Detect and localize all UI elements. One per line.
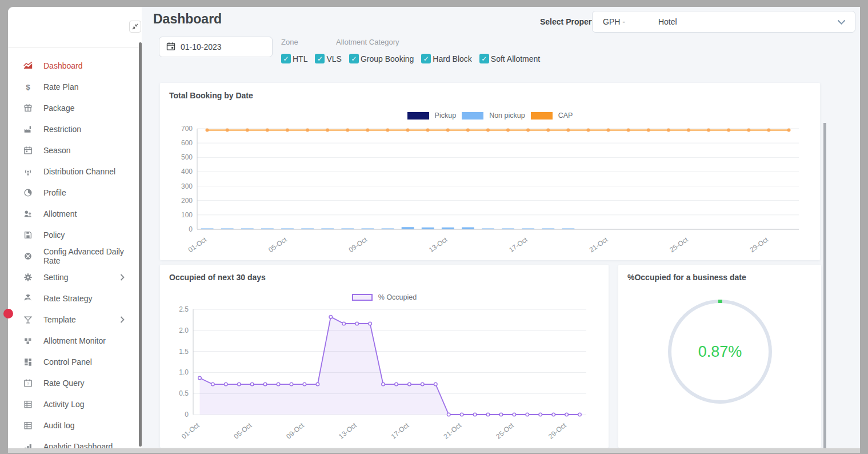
- sidebar-item-analytic-dashboard[interactable]: Analytic Dashboard: [8, 436, 142, 448]
- calendar-question-icon: ?: [23, 378, 33, 388]
- svg-text:05-Oct: 05-Oct: [267, 236, 289, 254]
- svg-text:01-Oct: 01-Oct: [180, 421, 201, 440]
- svg-text:700: 700: [181, 125, 193, 133]
- zone-label: Zone: [281, 38, 298, 46]
- sidebar-item-distribution-channel[interactable]: Distribution Channel: [8, 161, 142, 182]
- app-window: Dashboard $ Rate Plan Package Restrictio…: [8, 7, 860, 448]
- checkbox-soft-allotment[interactable]: ✓ Soft Allotment: [479, 54, 540, 63]
- property-select[interactable]: GPH - Hotel: [592, 11, 855, 33]
- horizontal-scrollbar[interactable]: [8, 448, 860, 453]
- property-name: Hotel: [658, 17, 677, 26]
- sidebar-item-config-advanced-daily-rate[interactable]: Config Advanced Daily Rate: [8, 245, 142, 266]
- sidebar-item-allotment[interactable]: Allotment: [8, 203, 142, 224]
- sidebar-item-control-panel[interactable]: Control Panel: [8, 351, 142, 372]
- sidebar-collapse-button[interactable]: [129, 21, 141, 33]
- occupied-card: Occupied of next 30 days % Occupied 00.5…: [160, 265, 609, 448]
- select-property-label: Select Property: [540, 17, 599, 26]
- sidebar-item-audit-log[interactable]: Audit log: [8, 415, 142, 436]
- date-value: 01-10-2023: [181, 42, 222, 51]
- boxes-icon: [23, 336, 33, 346]
- checkbox-group-booking[interactable]: ✓ Group Booking: [349, 54, 414, 63]
- svg-text:2.0: 2.0: [179, 326, 189, 334]
- booking-chart-title: Total Booking by Date: [160, 83, 820, 100]
- page-title: Dashboard: [153, 11, 222, 27]
- svg-text:29-Oct: 29-Oct: [748, 236, 770, 254]
- sidebar-item-rate-query[interactable]: ? Rate Query: [8, 372, 142, 393]
- total-booking-card: Total Booking by Date Pickup Non pickup …: [160, 83, 820, 260]
- checkbox-htl[interactable]: ✓ HTL: [281, 54, 307, 63]
- sidebar-item-label: Control Panel: [43, 357, 92, 367]
- chevron-right-icon: [120, 316, 125, 323]
- sidebar-item-restriction[interactable]: Restriction: [8, 118, 142, 140]
- booking-chart: 010020030040050060070001-Oct05-Oct09-Oct…: [160, 120, 820, 257]
- svg-text:05-Oct: 05-Oct: [233, 421, 254, 440]
- sidebar-item-label: Config Advanced Daily Rate: [43, 247, 142, 265]
- sidebar-item-template[interactable]: Template: [8, 309, 142, 330]
- sidebar-item-label: Rate Query: [43, 379, 85, 388]
- svg-text:13-Oct: 13-Oct: [337, 421, 358, 440]
- sidebar-item-label: Template: [43, 315, 76, 324]
- sidebar-item-activity-log[interactable]: Activity Log: [8, 393, 142, 415]
- sidebar-item-label: Analytic Dashboard: [43, 442, 113, 449]
- checkbox-hard-block[interactable]: ✓ Hard Block: [421, 54, 471, 63]
- occupied-legend-label: % Occupied: [378, 293, 417, 301]
- sidebar-item-label: Rate Strategy: [43, 294, 93, 303]
- gift-icon: [23, 103, 33, 113]
- svg-text:100: 100: [181, 211, 193, 219]
- sidebar-item-package[interactable]: Package: [8, 97, 142, 118]
- sidebar-item-profile[interactable]: Profile: [8, 182, 142, 203]
- sidebar-item-policy[interactable]: Policy: [8, 224, 142, 245]
- svg-text:17-Oct: 17-Oct: [507, 236, 529, 254]
- vertical-scrollbar[interactable]: [823, 123, 826, 448]
- sidebar-item-season[interactable]: Season: [8, 140, 142, 161]
- notification-dot: [3, 309, 13, 318]
- occupied-business-date-card: %Occupied for a business date 0.87%: [618, 265, 821, 448]
- donut-value: 0.87%: [698, 343, 742, 360]
- sidebar-scrollbar[interactable]: [139, 42, 142, 447]
- svg-text:29-Oct: 29-Oct: [547, 421, 568, 440]
- sidebar-item-rate-plan[interactable]: $ Rate Plan: [8, 76, 142, 97]
- pie-circle-icon: [23, 188, 33, 198]
- sidebar-item-label: Restriction: [43, 125, 81, 134]
- factory-icon: [23, 124, 33, 134]
- checkbox-label: Soft Allotment: [491, 54, 540, 63]
- bar-chart-icon: [23, 441, 33, 449]
- sidebar-item-label: Allotment Monitor: [43, 336, 106, 345]
- occupied-chart: 00.51.01.52.02.501-Oct05-Oct09-Oct13-Oct…: [160, 301, 609, 444]
- svg-text:25-Oct: 25-Oct: [668, 236, 690, 254]
- sidebar-item-label: Rate Plan: [43, 82, 78, 91]
- allotment-category-label: Allotment Category: [336, 38, 399, 46]
- donut-chart: 0.87%: [618, 285, 821, 423]
- cap-legend-swatch: [531, 112, 553, 120]
- table-icon: [23, 399, 33, 409]
- table-icon: [23, 420, 33, 431]
- sidebar-item-dashboard[interactable]: Dashboard: [8, 55, 142, 76]
- svg-text:2.5: 2.5: [179, 305, 189, 313]
- svg-text:0: 0: [185, 411, 189, 419]
- checkbox-vls[interactable]: ✓ VLS: [315, 54, 341, 63]
- svg-text:17-Oct: 17-Oct: [390, 421, 411, 440]
- svg-text:?: ?: [27, 381, 29, 387]
- sidebar-item-label: Audit log: [43, 421, 74, 430]
- sidebar-item-setting[interactable]: Setting: [8, 266, 142, 288]
- chevron-down-icon: [837, 19, 846, 25]
- grid-icon: [23, 357, 33, 367]
- calendar-icon: [166, 42, 175, 53]
- occupied-chart-legend: % Occupied: [160, 293, 609, 301]
- checkbox-checked-icon: ✓: [315, 54, 325, 63]
- svg-text:300: 300: [181, 182, 193, 190]
- svg-text:200: 200: [181, 197, 193, 205]
- cap-legend-label: CAP: [558, 111, 573, 120]
- sidebar-item-label: Distribution Channel: [43, 167, 115, 176]
- business-date-input[interactable]: 01-10-2023: [159, 37, 273, 57]
- svg-text:0.5: 0.5: [179, 389, 189, 397]
- checkbox-label: Group Booking: [361, 54, 414, 63]
- svg-text:01-Oct: 01-Oct: [187, 236, 209, 254]
- svg-text:1.5: 1.5: [179, 348, 189, 356]
- circle-x-icon: [23, 251, 33, 261]
- svg-text:$: $: [26, 82, 30, 91]
- sidebar-item-label: Season: [43, 146, 70, 155]
- sidebar-item-allotment-monitor[interactable]: Allotment Monitor: [8, 330, 142, 351]
- sidebar-item-rate-strategy[interactable]: Rate Strategy: [8, 288, 142, 309]
- pickup-legend-label: Pickup: [435, 111, 457, 120]
